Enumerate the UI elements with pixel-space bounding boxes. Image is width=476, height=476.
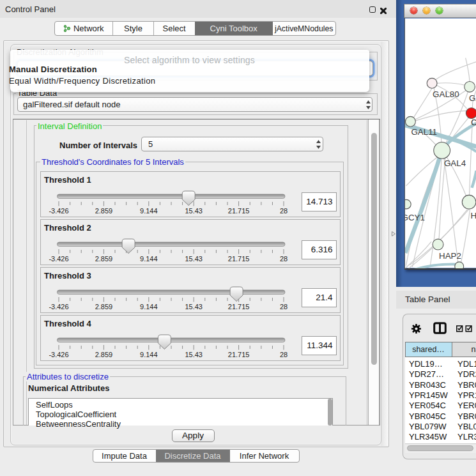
svg-text:2.859: 2.859 bbox=[95, 351, 113, 358]
svg-text:15.43: 15.43 bbox=[185, 207, 203, 215]
svg-text:2.859: 2.859 bbox=[95, 303, 113, 311]
svg-text:21.715: 21.715 bbox=[228, 303, 250, 311]
svg-text:28: 28 bbox=[280, 207, 288, 215]
svg-text:-3.426: -3.426 bbox=[49, 255, 68, 263]
svg-text:9.144: 9.144 bbox=[140, 255, 158, 263]
svg-text:-3.426: -3.426 bbox=[49, 303, 68, 311]
svg-text:CY: CY bbox=[471, 117, 476, 127]
svg-text:HI: HI bbox=[470, 211, 476, 220]
svg-text:15.43: 15.43 bbox=[185, 351, 203, 358]
svg-text:2.859: 2.859 bbox=[95, 255, 113, 263]
svg-text:15.43: 15.43 bbox=[185, 303, 203, 311]
svg-text:GCY1: GCY1 bbox=[404, 213, 425, 222]
svg-text:9.144: 9.144 bbox=[140, 207, 158, 215]
svg-text:-3.426: -3.426 bbox=[49, 351, 68, 358]
svg-text:28: 28 bbox=[280, 351, 288, 358]
svg-text:GAL80: GAL80 bbox=[433, 89, 459, 98]
svg-text:GAL11: GAL11 bbox=[411, 127, 437, 137]
svg-text:HAP2: HAP2 bbox=[439, 250, 461, 260]
svg-text:GA: GA bbox=[469, 93, 476, 103]
svg-text:21.715: 21.715 bbox=[228, 255, 250, 263]
svg-text:9.144: 9.144 bbox=[140, 303, 158, 311]
svg-text:GAL4: GAL4 bbox=[443, 158, 466, 168]
svg-text:21.715: 21.715 bbox=[228, 207, 250, 215]
svg-text:28: 28 bbox=[280, 255, 288, 263]
svg-text:15.43: 15.43 bbox=[185, 255, 203, 263]
svg-text:2.859: 2.859 bbox=[95, 207, 113, 215]
svg-text:9.144: 9.144 bbox=[140, 351, 158, 358]
svg-text:-3.426: -3.426 bbox=[49, 207, 68, 215]
svg-text:21.715: 21.715 bbox=[228, 351, 250, 358]
svg-text:28: 28 bbox=[280, 303, 288, 311]
